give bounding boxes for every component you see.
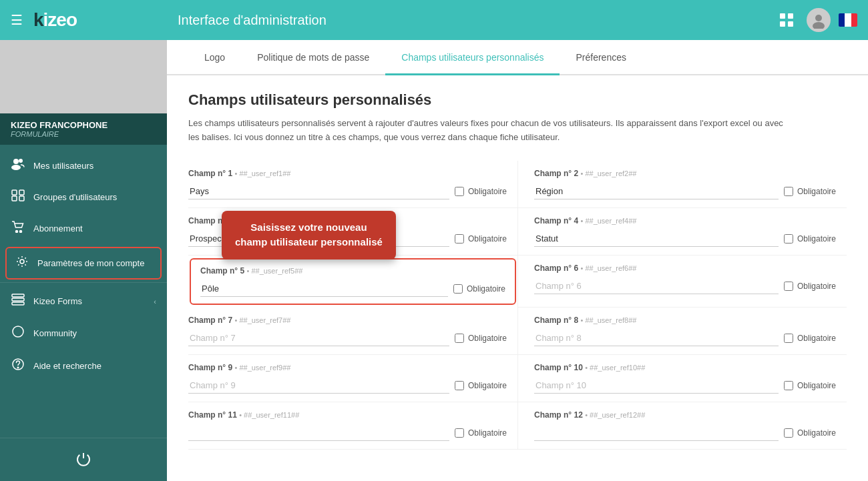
field-input-8[interactable] bbox=[534, 330, 779, 346]
cart-icon bbox=[11, 221, 25, 236]
sidebar-item-label: Kizeo Forms bbox=[33, 296, 146, 306]
field-input-10[interactable] bbox=[534, 378, 779, 394]
field-input-2[interactable] bbox=[534, 183, 779, 199]
field-input-9[interactable] bbox=[188, 378, 449, 394]
obligatoire-label-10: Obligatoire bbox=[797, 381, 836, 390]
obligatoire-checkbox-8[interactable] bbox=[784, 334, 793, 343]
svg-point-4 bbox=[815, 15, 822, 21]
field-input-6[interactable] bbox=[534, 278, 779, 294]
field-input-7[interactable] bbox=[188, 330, 449, 346]
sidebar-item-label: Mes utilisateurs bbox=[33, 161, 156, 171]
svg-point-19 bbox=[13, 326, 23, 337]
svg-rect-18 bbox=[12, 302, 24, 305]
field-label-8: Champ n° 8 • ##_user_ref8## bbox=[534, 316, 836, 325]
sidebar-subtitle: FORMULAIRE bbox=[11, 130, 156, 138]
users-icon bbox=[11, 158, 25, 173]
svg-rect-9 bbox=[12, 190, 17, 195]
obligatoire-label-12: Obligatoire bbox=[797, 428, 836, 438]
obligatoire-checkbox-11[interactable] bbox=[455, 428, 464, 438]
svg-rect-0 bbox=[780, 13, 785, 19]
sidebar-item-label: Groupes d'utilisateurs bbox=[33, 192, 156, 202]
svg-rect-10 bbox=[19, 190, 24, 195]
tab-preferences[interactable]: Préferences bbox=[560, 40, 642, 75]
help-icon bbox=[11, 358, 25, 374]
field-input-4[interactable] bbox=[534, 231, 779, 247]
obligatoire-label-6: Obligatoire bbox=[797, 282, 836, 291]
power-button[interactable] bbox=[8, 446, 159, 473]
circle-icon bbox=[11, 325, 25, 342]
field-group-3: Champ n° 3 • ##_user_ref3##ObligatoireSa… bbox=[188, 208, 517, 256]
svg-point-5 bbox=[813, 22, 825, 29]
sidebar-item-label: Kommunity bbox=[33, 328, 156, 338]
avatar[interactable] bbox=[807, 8, 831, 32]
obligatoire-checkbox-2[interactable] bbox=[784, 187, 793, 196]
groups-icon bbox=[11, 189, 25, 205]
sidebar-item-abonnement[interactable]: Abonnement bbox=[0, 213, 167, 244]
field-input-row-2: Obligatoire bbox=[534, 183, 836, 199]
svg-point-21 bbox=[17, 367, 19, 368]
obligatoire-checkbox-10[interactable] bbox=[784, 381, 793, 390]
sidebar-item-aide[interactable]: Aide et recherche bbox=[0, 350, 167, 382]
obligatoire-label-4: Obligatoire bbox=[797, 234, 836, 244]
field-label-4: Champ n° 4 • ##_user_ref4## bbox=[534, 216, 836, 225]
svg-point-15 bbox=[20, 260, 24, 264]
obligatoire-checkbox-6[interactable] bbox=[784, 282, 793, 291]
sidebar-item-kizeo-forms[interactable]: Kizeo Forms ‹ bbox=[0, 286, 167, 317]
field-input-11[interactable] bbox=[188, 425, 449, 441]
obligatoire-checkbox-9[interactable] bbox=[455, 381, 464, 390]
field-label-12: Champ n° 12 • ##_user_ref12## bbox=[534, 410, 836, 420]
hamburger-icon[interactable]: ☰ bbox=[11, 12, 23, 28]
field-group-9: Champ n° 9 • ##_user_ref9##Obligatoire bbox=[188, 355, 517, 402]
field-group-7: Champ n° 7 • ##_user_ref7##Obligatoire bbox=[188, 308, 517, 355]
logo: kizeo bbox=[33, 9, 77, 31]
sidebar-nav: Mes utilisateurs Groupes d'utilisateurs bbox=[0, 145, 167, 438]
svg-point-14 bbox=[20, 231, 22, 233]
grid-icon-button[interactable] bbox=[775, 8, 799, 32]
tab-politique[interactable]: Politique de mots de passe bbox=[241, 40, 385, 75]
obligatoire-wrap-11: Obligatoire bbox=[455, 428, 507, 438]
field-input-row-8: Obligatoire bbox=[534, 330, 836, 346]
obligatoire-wrap-10: Obligatoire bbox=[784, 381, 836, 390]
obligatoire-label-3: Obligatoire bbox=[468, 234, 507, 244]
header-left: ☰ kizeo bbox=[11, 9, 178, 31]
obligatoire-checkbox-5[interactable] bbox=[453, 284, 463, 294]
page-content: Champs utilisateurs personnalisés Les ch… bbox=[167, 75, 868, 481]
svg-rect-2 bbox=[780, 21, 785, 27]
obligatoire-checkbox-4[interactable] bbox=[784, 234, 793, 244]
field-label-3: Champ n° 3 • ##_user_ref3## bbox=[188, 216, 507, 225]
obligatoire-checkbox-1[interactable] bbox=[455, 187, 464, 196]
tab-champs[interactable]: Champs utilisateurs personnalisés bbox=[385, 40, 560, 75]
field-input-3[interactable] bbox=[188, 231, 449, 247]
obligatoire-wrap-7: Obligatoire bbox=[455, 334, 507, 343]
gear-icon bbox=[15, 255, 29, 272]
language-flag[interactable] bbox=[839, 13, 857, 27]
obligatoire-checkbox-7[interactable] bbox=[455, 334, 464, 343]
svg-rect-17 bbox=[12, 298, 24, 301]
field-label-10: Champ n° 10 • ##_user_ref10## bbox=[534, 363, 836, 372]
sidebar-item-utilisateurs[interactable]: Mes utilisateurs bbox=[0, 150, 167, 181]
field-group-8: Champ n° 8 • ##_user_ref8##Obligatoire bbox=[517, 308, 847, 355]
sidebar-item-kommunity[interactable]: Kommunity bbox=[0, 317, 167, 350]
field-input-row-4: Obligatoire bbox=[534, 231, 836, 247]
sidebar-item-groupes[interactable]: Groupes d'utilisateurs bbox=[0, 181, 167, 213]
obligatoire-wrap-4: Obligatoire bbox=[784, 234, 836, 244]
header-title: Interface d'administration bbox=[178, 13, 775, 28]
field-group-5: Champ n° 5 • ##_user_ref5##Obligatoire bbox=[190, 258, 516, 305]
obligatoire-wrap-2: Obligatoire bbox=[784, 187, 836, 196]
field-input-5[interactable] bbox=[200, 281, 448, 297]
sidebar-item-parametres[interactable]: Paramètres de mon compte bbox=[5, 247, 162, 280]
obligatoire-label-8: Obligatoire bbox=[797, 334, 836, 343]
field-input-row-3: Obligatoire bbox=[188, 231, 507, 247]
obligatoire-checkbox-12[interactable] bbox=[784, 428, 793, 438]
obligatoire-checkbox-3[interactable] bbox=[455, 234, 464, 244]
field-label-11: Champ n° 11 • ##_user_ref11## bbox=[188, 410, 507, 420]
tab-logo[interactable]: Logo bbox=[188, 40, 241, 75]
obligatoire-wrap-9: Obligatoire bbox=[455, 381, 507, 390]
content-area: Logo Politique de mots de passe Champs u… bbox=[167, 40, 868, 481]
field-input-12[interactable] bbox=[534, 425, 779, 441]
page-description: Les champs utilisateurs personnalisés se… bbox=[188, 117, 789, 145]
sidebar-profile-image bbox=[0, 40, 167, 113]
field-input-row-12: Obligatoire bbox=[534, 425, 836, 441]
field-input-1[interactable] bbox=[188, 183, 449, 199]
main-layout: KIZEO FRANCOPHONE FORMULAIRE Mes utilisa… bbox=[0, 40, 868, 481]
